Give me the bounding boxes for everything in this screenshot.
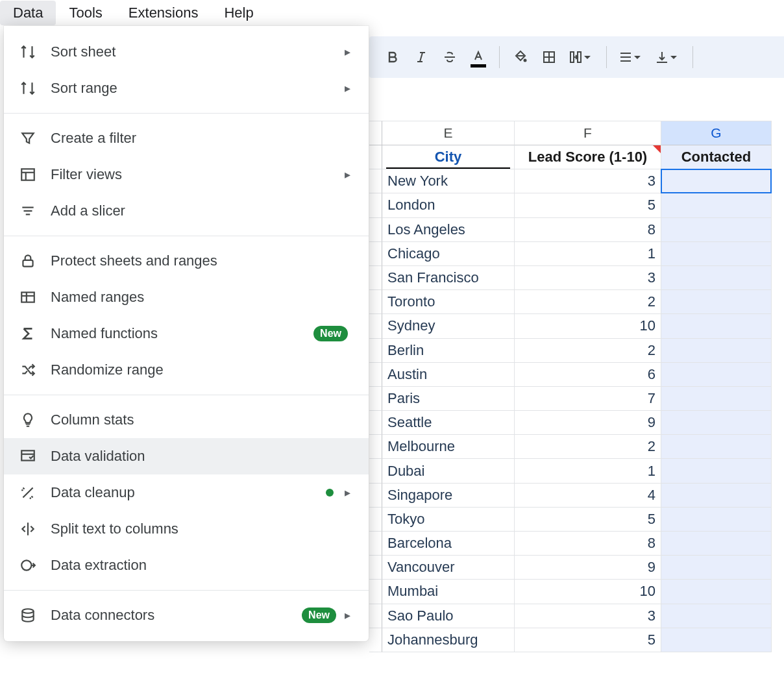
- cell-contacted[interactable]: [661, 387, 772, 411]
- cell-contacted[interactable]: [661, 266, 772, 290]
- row-stub[interactable]: [369, 339, 382, 363]
- header-cell-f[interactable]: Lead Score (1-10): [515, 145, 661, 169]
- row-stub[interactable]: [369, 387, 382, 411]
- cell-contacted[interactable]: [661, 580, 772, 604]
- row-stub[interactable]: [369, 459, 382, 483]
- cell-city[interactable]: Dubai: [382, 459, 515, 483]
- cell-city[interactable]: Vancouver: [382, 556, 515, 580]
- cell-city[interactable]: Tokyo: [382, 508, 515, 532]
- cell-contacted[interactable]: [661, 242, 772, 266]
- menu-item-sort-range[interactable]: Sort range▸: [4, 70, 369, 106]
- menu-item-column-stats[interactable]: Column stats: [4, 402, 369, 438]
- menu-tools[interactable]: Tools: [56, 1, 115, 25]
- vertical-align-button[interactable]: [650, 43, 686, 71]
- cell-city[interactable]: Chicago: [382, 242, 515, 266]
- row-stub[interactable]: [369, 435, 382, 459]
- cell-contacted[interactable]: [661, 169, 772, 193]
- row-stub[interactable]: [369, 556, 382, 580]
- merge-cells-button[interactable]: [563, 43, 600, 71]
- cell-city[interactable]: Los Angeles: [382, 218, 515, 242]
- menu-item-named-functions[interactable]: Named functionsNew: [4, 315, 369, 352]
- cell-contacted[interactable]: [661, 339, 772, 363]
- cell-score[interactable]: 2: [515, 435, 661, 459]
- cell-contacted[interactable]: [661, 532, 772, 556]
- cell-contacted[interactable]: [661, 218, 772, 242]
- menu-item-create-filter[interactable]: Create a filter: [4, 120, 369, 156]
- row-stub[interactable]: [369, 266, 382, 290]
- cell-city[interactable]: Mumbai: [382, 580, 515, 604]
- row-stub[interactable]: [369, 604, 382, 628]
- cell-note-indicator[interactable]: [653, 145, 661, 153]
- menu-item-data-connectors[interactable]: Data connectorsNew▸: [4, 597, 369, 633]
- row-stub[interactable]: [369, 314, 382, 338]
- menu-item-protect[interactable]: Protect sheets and ranges: [4, 243, 369, 279]
- cell-city[interactable]: Johannesburg: [382, 628, 515, 652]
- cell-score[interactable]: 5: [515, 628, 661, 652]
- menu-item-named-ranges[interactable]: Named ranges: [4, 279, 369, 315]
- cell-score[interactable]: 4: [515, 484, 661, 508]
- cell-contacted[interactable]: [661, 484, 772, 508]
- cell-score[interactable]: 10: [515, 580, 661, 604]
- column-header-f[interactable]: F: [515, 121, 661, 145]
- cell-city[interactable]: Sao Paulo: [382, 604, 515, 628]
- cell-score[interactable]: 5: [515, 193, 661, 217]
- cell-city[interactable]: Sydney: [382, 314, 515, 338]
- cell-score[interactable]: 2: [515, 339, 661, 363]
- header-cell-g[interactable]: Contacted: [661, 145, 772, 169]
- cell-score[interactable]: 1: [515, 242, 661, 266]
- row-stub[interactable]: [369, 169, 382, 193]
- cell-score[interactable]: 5: [515, 508, 661, 532]
- row-stub[interactable]: [369, 218, 382, 242]
- cell-city[interactable]: Toronto: [382, 290, 515, 314]
- horizontal-align-button[interactable]: [613, 43, 650, 71]
- cell-contacted[interactable]: [661, 508, 772, 532]
- row-stub[interactable]: [369, 484, 382, 508]
- row-stub[interactable]: [369, 411, 382, 435]
- cell-score[interactable]: 2: [515, 290, 661, 314]
- cell-score[interactable]: 9: [515, 411, 661, 435]
- cell-contacted[interactable]: [661, 459, 772, 483]
- cell-score[interactable]: 3: [515, 169, 661, 193]
- cell-city[interactable]: New York: [382, 169, 515, 193]
- cell-score[interactable]: 6: [515, 363, 661, 387]
- cell-contacted[interactable]: [661, 604, 772, 628]
- row-stub[interactable]: [369, 363, 382, 387]
- row-stub[interactable]: [369, 242, 382, 266]
- menu-item-randomize[interactable]: Randomize range: [4, 352, 369, 388]
- row-stub[interactable]: [369, 193, 382, 217]
- cell-score[interactable]: 3: [515, 604, 661, 628]
- cell-contacted[interactable]: [661, 193, 772, 217]
- menu-item-sort-sheet[interactable]: Sort sheet▸: [4, 34, 369, 70]
- row-stub[interactable]: [369, 580, 382, 604]
- row-stub[interactable]: [369, 508, 382, 532]
- cell-score[interactable]: 3: [515, 266, 661, 290]
- column-header-e[interactable]: E: [382, 121, 515, 145]
- header-cell-e[interactable]: City: [382, 145, 515, 169]
- cell-contacted[interactable]: [661, 556, 772, 580]
- menu-data[interactable]: Data: [0, 1, 56, 25]
- cell-score[interactable]: 10: [515, 314, 661, 338]
- cell-city[interactable]: Singapore: [382, 484, 515, 508]
- row-stub[interactable]: [369, 290, 382, 314]
- cell-contacted[interactable]: [661, 314, 772, 338]
- strikethrough-button[interactable]: [435, 43, 464, 71]
- cell-score[interactable]: 8: [515, 532, 661, 556]
- row-stub[interactable]: [369, 532, 382, 556]
- cell-city[interactable]: Barcelona: [382, 532, 515, 556]
- menu-item-data-extraction[interactable]: Data extraction: [4, 547, 369, 583]
- italic-button[interactable]: [407, 43, 435, 71]
- menu-item-filter-views[interactable]: Filter views▸: [4, 156, 369, 193]
- menu-item-data-validation[interactable]: Data validation: [4, 438, 369, 474]
- cell-score[interactable]: 7: [515, 387, 661, 411]
- bold-button[interactable]: [378, 43, 407, 71]
- cell-score[interactable]: 9: [515, 556, 661, 580]
- cell-city[interactable]: Paris: [382, 387, 515, 411]
- cell-score[interactable]: 8: [515, 218, 661, 242]
- borders-button[interactable]: [535, 43, 563, 71]
- column-header-g[interactable]: G: [661, 121, 772, 145]
- cell-city[interactable]: Berlin: [382, 339, 515, 363]
- menu-item-add-slicer[interactable]: Add a slicer: [4, 193, 369, 229]
- menu-item-data-cleanup[interactable]: Data cleanup▸: [4, 474, 369, 511]
- cell-score[interactable]: 1: [515, 459, 661, 483]
- fill-color-button[interactable]: [506, 43, 535, 71]
